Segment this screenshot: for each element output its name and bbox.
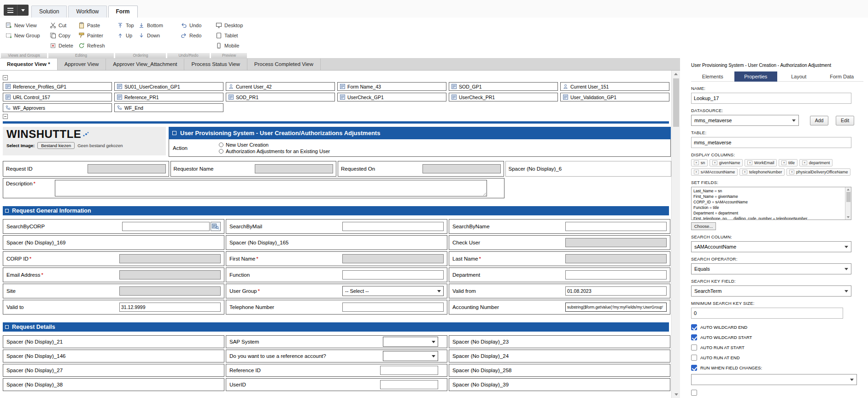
canvas-element-chip[interactable]: Reference_PR1 — [114, 93, 223, 101]
canvas-element-chip[interactable]: Reference_Profiles_GP1 — [3, 82, 112, 91]
function-input[interactable] — [342, 270, 444, 279]
scroll-up-arrow-icon[interactable] — [847, 189, 850, 190]
display-column-chip[interactable]: ×telephoneNumber — [739, 168, 785, 176]
panel-tab-properties[interactable]: Properties — [734, 71, 778, 82]
canvas-element-chip[interactable]: Current User_42 — [226, 82, 335, 91]
canvas-element-chip[interactable]: User_Validation_GP1 — [560, 93, 669, 101]
view-tab-requestor[interactable]: Requestor View * — [0, 59, 58, 70]
reference-account-select[interactable] — [383, 351, 438, 361]
auto-run-at-end-checkbox[interactable] — [691, 355, 697, 361]
refresh-button[interactable]: Refresh — [76, 41, 107, 50]
valid-to-input[interactable]: 31.12.9999 — [119, 303, 221, 312]
request-id-input[interactable] — [88, 164, 166, 173]
logo-image-control[interactable]: WINSHUTTLE Select Image: Bestand kiezen … — [3, 127, 166, 155]
last-name-input[interactable] — [565, 254, 667, 263]
remove-icon[interactable]: × — [712, 160, 717, 165]
collapse-toggle-icon[interactable] — [3, 114, 8, 119]
display-column-chip[interactable]: ×department — [799, 159, 833, 166]
menu-dropdown-arrow-icon[interactable] — [17, 5, 29, 16]
display-column-chip[interactable]: ×sn — [691, 159, 708, 166]
delete-button[interactable]: Delete — [48, 41, 75, 50]
copy-button[interactable]: Copy — [48, 31, 75, 40]
set-field-item[interactable]: CORP_ID = sAMAccountName — [693, 199, 844, 205]
first-name-input[interactable] — [342, 254, 444, 263]
new-group-button[interactable]: New Group — [4, 31, 42, 40]
table-input[interactable] — [691, 137, 851, 148]
order-down-button[interactable]: Down — [136, 31, 165, 40]
request-details-header[interactable]: Request Details — [3, 322, 669, 332]
view-tab-process-completed[interactable]: Process Completed View — [247, 59, 321, 70]
canvas-element-chip[interactable]: WF_End — [114, 103, 223, 112]
panel-tab-layout[interactable]: Layout — [777, 71, 821, 82]
scroll-up-arrow-icon[interactable] — [672, 71, 680, 77]
run-when-field-changes-checkbox[interactable] — [691, 365, 697, 371]
radio-new-user-creation[interactable] — [219, 143, 223, 147]
reference-id-input[interactable] — [380, 366, 438, 375]
department-input[interactable] — [565, 270, 667, 279]
remove-icon[interactable]: × — [694, 170, 699, 174]
remove-icon[interactable]: × — [781, 160, 786, 165]
spacer-39-cell[interactable]: Spacer (No Display)_39 — [449, 378, 670, 391]
tab-workflow[interactable]: Workflow — [68, 6, 106, 18]
scroll-down-arrow-icon[interactable] — [847, 216, 850, 218]
display-column-chip[interactable]: ×title — [779, 159, 798, 166]
datasource-select[interactable]: mms_metaverse — [691, 115, 799, 126]
spacer-258-cell[interactable]: Spacer (No Display)_258 — [449, 364, 670, 377]
canvas-element-chip[interactable]: WF_Approvers — [3, 103, 112, 112]
user-id-input[interactable] — [380, 380, 438, 389]
app-menu-button[interactable] — [4, 5, 29, 16]
radio-authorization-adjustments[interactable] — [219, 149, 223, 154]
display-column-chip[interactable]: ×physicalDeliveryOfficeName — [786, 168, 850, 176]
searchbycorp-input[interactable] — [122, 222, 210, 231]
auto-wildcard-start-checkbox[interactable] — [691, 334, 697, 340]
description-textarea[interactable] — [55, 180, 487, 196]
canvas-vertical-scrollbar[interactable] — [671, 71, 680, 398]
search-operator-select[interactable]: Equals — [691, 263, 851, 274]
set-fields-listbox[interactable]: Last_Name = sn First_Name = givenName CO… — [691, 187, 851, 220]
collapse-icon[interactable] — [5, 325, 9, 329]
view-tab-approver[interactable]: Approver View — [58, 59, 106, 70]
view-tab-process-status[interactable]: Process Status View — [184, 59, 247, 70]
hamburger-icon[interactable] — [4, 5, 17, 16]
corp-id-input[interactable] — [119, 254, 221, 263]
spacer-23-cell[interactable]: Spacer (No Display)_23 — [449, 335, 670, 348]
remove-icon[interactable]: × — [694, 160, 699, 165]
canvas-element-chip[interactable]: UserCheck_GP1 — [337, 93, 446, 101]
remove-icon[interactable]: × — [742, 170, 747, 174]
view-tab-approver-attachment[interactable]: Approver View_Attachment — [106, 59, 184, 70]
canvas-element-chip[interactable]: SU01_UserCreation_GP1 — [114, 82, 223, 91]
file-choose-button[interactable]: Bestand kiezen — [37, 142, 75, 149]
set-field-item[interactable]: First_Name = givenName — [693, 194, 844, 199]
scrollbar-thumb[interactable] — [673, 78, 679, 127]
spacer-165-cell[interactable]: Spacer (No Display)_165 — [226, 235, 447, 250]
panel-tab-form-data[interactable]: Form Data — [821, 71, 864, 82]
remove-icon[interactable]: × — [802, 160, 807, 165]
redo-button[interactable]: Redo — [179, 31, 203, 40]
search-key-field-select[interactable]: SearchTerm — [691, 285, 851, 297]
choose-button[interactable]: Choose... — [691, 222, 716, 230]
spacer-146-cell[interactable]: Spacer (No Display)_146 — [3, 350, 224, 362]
scrollbar-thumb[interactable] — [846, 192, 850, 202]
new-view-button[interactable]: New View — [4, 21, 42, 30]
requestor-name-input[interactable] — [255, 164, 333, 173]
partial-checkbox[interactable] — [691, 390, 697, 396]
searchbyname-input[interactable] — [565, 222, 667, 231]
datasource-add-button[interactable]: Add — [810, 116, 828, 125]
request-general-information-header[interactable]: Request General Information — [3, 206, 669, 215]
canvas-element-chip[interactable]: SOD_PR1 — [226, 93, 335, 101]
preview-desktop-button[interactable]: Desktop — [214, 21, 245, 30]
collapse-icon[interactable] — [172, 131, 176, 135]
spacer-169-cell[interactable]: Spacer (No Display)_169 — [3, 235, 224, 250]
tab-form[interactable]: Form — [108, 6, 138, 18]
panel-tab-elements[interactable]: Elements — [691, 71, 734, 82]
set-field-item[interactable]: First_telephone_no___dialling_code_numbe… — [693, 216, 844, 220]
datasource-edit-button[interactable]: Edit — [836, 116, 854, 125]
accounting-number-input[interactable]: substring($form.getValue('/my:myFields/m… — [565, 303, 667, 312]
valid-from-input[interactable]: 01.08.2023 — [565, 286, 667, 296]
set-field-item[interactable]: Department = department — [693, 210, 844, 216]
minimum-search-key-size-input[interactable] — [691, 308, 843, 319]
check-user-input[interactable] — [565, 238, 667, 247]
name-input[interactable] — [691, 93, 851, 104]
set-field-item[interactable]: Last_Name = sn — [693, 188, 844, 194]
canvas-element-chip[interactable]: URL Control_157 — [3, 93, 112, 101]
